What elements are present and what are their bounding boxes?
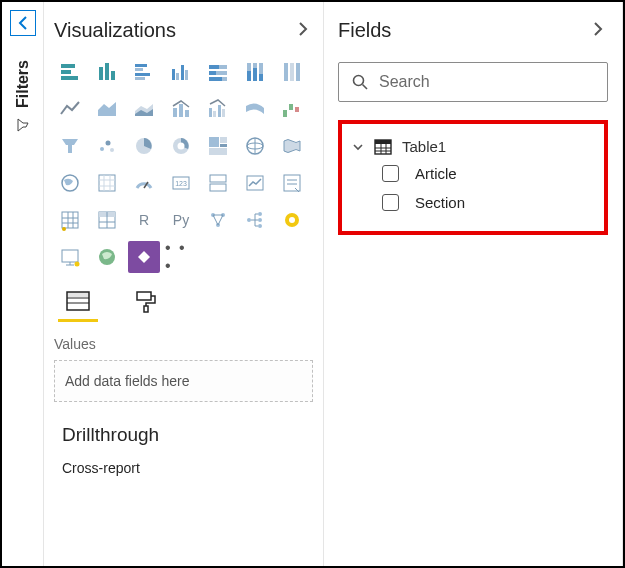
svg-rect-35 — [222, 109, 225, 117]
svg-rect-4 — [105, 63, 109, 80]
svg-rect-33 — [213, 111, 216, 117]
funnel-icon[interactable] — [54, 130, 86, 162]
fields-title: Fields — [338, 19, 391, 42]
line-icon[interactable] — [54, 93, 86, 125]
svg-rect-46 — [209, 137, 219, 147]
gauge-icon[interactable] — [128, 167, 160, 199]
svg-point-77 — [247, 218, 251, 222]
visualizations-panel: Visualizations — [44, 2, 324, 566]
clustered-column-icon[interactable] — [165, 56, 197, 88]
svg-rect-27 — [290, 63, 294, 81]
svg-rect-26 — [284, 63, 288, 81]
field-item[interactable]: Section — [350, 188, 596, 217]
svg-rect-10 — [172, 69, 175, 80]
line-stacked-column-icon[interactable] — [165, 93, 197, 125]
svg-rect-15 — [209, 65, 219, 69]
stacked-area-icon[interactable] — [128, 93, 160, 125]
kpi-icon[interactable] — [239, 167, 271, 199]
stacked-bar-100-icon[interactable] — [202, 56, 234, 88]
fields-tree-highlight: Table1 Article Section — [338, 120, 608, 235]
python-visual-icon[interactable]: Py — [165, 204, 197, 236]
svg-rect-64 — [62, 212, 78, 228]
svg-rect-61 — [284, 175, 300, 191]
field-checkbox[interactable] — [382, 165, 399, 182]
line-clustered-column-icon[interactable] — [202, 93, 234, 125]
waterfall-icon[interactable] — [276, 93, 308, 125]
svg-rect-29 — [173, 108, 177, 117]
table-name-label: Table1 — [402, 138, 446, 155]
fields-panel: Fields — [324, 2, 623, 566]
svg-point-94 — [354, 76, 364, 86]
filled-map-icon[interactable] — [276, 130, 308, 162]
scatter-chart-icon[interactable] — [91, 130, 123, 162]
field-name-label: Article — [415, 165, 457, 182]
chevron-right-icon — [297, 22, 309, 36]
visualizations-collapse-button[interactable] — [293, 18, 313, 43]
azure-map-icon[interactable] — [91, 167, 123, 199]
fields-search[interactable] — [338, 62, 608, 102]
decomposition-tree-icon[interactable] — [239, 204, 271, 236]
svg-rect-49 — [209, 148, 227, 155]
svg-point-79 — [258, 218, 262, 222]
svg-rect-2 — [61, 76, 78, 80]
svg-rect-28 — [296, 63, 300, 81]
collapse-rail-button[interactable] — [10, 10, 36, 36]
stacked-bar-icon[interactable] — [54, 56, 86, 88]
fields-search-input[interactable] — [379, 73, 595, 91]
field-name-label: Section — [415, 194, 465, 211]
pie-chart-icon[interactable] — [128, 130, 160, 162]
treemap-icon[interactable] — [202, 130, 234, 162]
line-chart-icon[interactable] — [276, 56, 308, 88]
left-rail: Filters — [2, 2, 44, 566]
drillthrough-title: Drillthrough — [54, 424, 313, 446]
field-checkbox[interactable] — [382, 194, 399, 211]
power-apps-icon[interactable] — [128, 241, 160, 273]
filters-rail-toggle[interactable]: Filters — [14, 60, 32, 132]
values-drop-well[interactable]: Add data fields here — [54, 360, 313, 402]
area-icon[interactable] — [91, 93, 123, 125]
svg-point-80 — [258, 224, 262, 228]
svg-rect-59 — [210, 184, 226, 191]
table-node[interactable]: Table1 — [350, 134, 596, 159]
ribbon-chart-icon[interactable] — [239, 93, 271, 125]
svg-rect-32 — [209, 108, 212, 117]
paint-roller-icon — [134, 289, 158, 315]
search-icon — [351, 73, 369, 91]
multi-row-card-icon[interactable] — [202, 167, 234, 199]
svg-point-45 — [178, 143, 185, 150]
svg-rect-37 — [289, 104, 293, 110]
svg-rect-12 — [181, 65, 184, 80]
clustered-bar-icon[interactable] — [128, 56, 160, 88]
chevron-down-icon — [352, 141, 364, 153]
filters-rail-label: Filters — [14, 60, 32, 108]
matrix-icon[interactable] — [91, 204, 123, 236]
chevron-right-icon — [592, 22, 604, 36]
slicer-icon[interactable] — [276, 167, 308, 199]
qa-visual-icon[interactable] — [276, 204, 308, 236]
paginated-report-icon[interactable] — [91, 241, 123, 273]
svg-rect-38 — [295, 107, 299, 112]
stacked-column-icon[interactable] — [91, 56, 123, 88]
card-icon[interactable]: 123 — [165, 167, 197, 199]
map-icon[interactable] — [239, 130, 271, 162]
key-influencers-icon[interactable] — [202, 204, 234, 236]
fields-tab[interactable] — [58, 289, 98, 322]
svg-rect-17 — [209, 71, 216, 75]
svg-rect-34 — [218, 105, 221, 117]
svg-point-69 — [62, 227, 66, 231]
table-icon[interactable] — [54, 204, 86, 236]
fields-tab-icon — [64, 289, 92, 315]
donut-chart-icon[interactable] — [165, 130, 197, 162]
r-visual-icon[interactable]: R — [128, 204, 160, 236]
cross-report-label: Cross-report — [54, 460, 313, 476]
smart-narrative-icon[interactable] — [54, 241, 86, 273]
svg-text:123: 123 — [175, 180, 187, 187]
format-tab[interactable] — [126, 289, 166, 322]
stacked-column-100-icon[interactable] — [239, 56, 271, 88]
shape-map-icon[interactable] — [54, 167, 86, 199]
more-visuals-button[interactable]: • • • — [165, 241, 197, 273]
svg-rect-93 — [144, 306, 148, 312]
fields-collapse-button[interactable] — [588, 18, 608, 43]
svg-point-78 — [258, 212, 262, 216]
field-item[interactable]: Article — [350, 159, 596, 188]
